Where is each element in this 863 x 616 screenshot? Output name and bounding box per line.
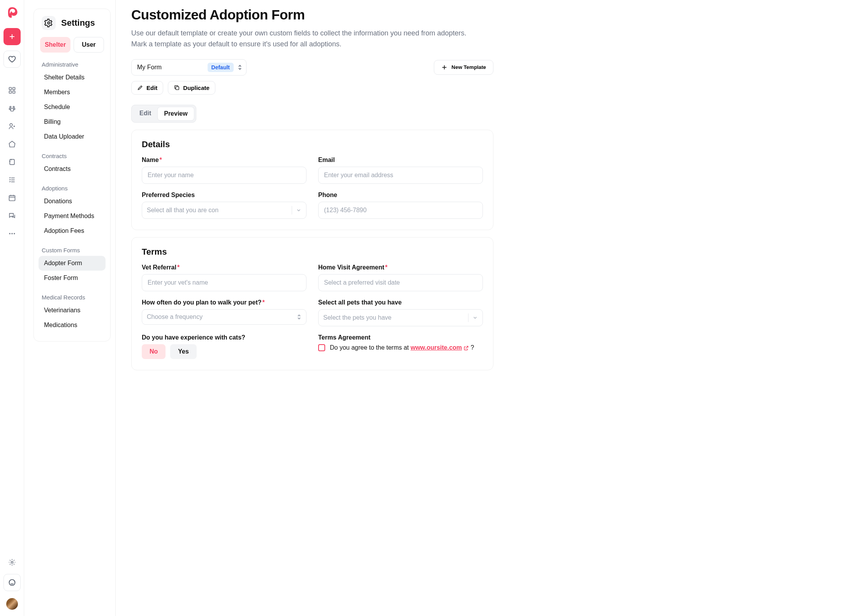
terms-link[interactable]: www.oursite.com (410, 344, 469, 351)
settings-sidebar: Settings Shelter User Administrative She… (24, 0, 116, 616)
paw-icon[interactable] (8, 104, 16, 112)
pets-placeholder: Select the pets you have (323, 314, 464, 321)
yes-button[interactable]: Yes (170, 344, 197, 359)
user-avatar[interactable] (6, 598, 18, 610)
visit-label: Home Visit Agreement* (318, 264, 483, 271)
svg-point-23 (48, 22, 50, 24)
terms-checkbox[interactable] (318, 344, 325, 351)
section-contracts: Contracts (39, 144, 106, 162)
icon-rail (0, 0, 24, 616)
mode-tabs: Edit Preview (131, 105, 196, 123)
svg-rect-3 (12, 88, 15, 90)
email-input[interactable] (318, 167, 483, 184)
duplicate-label: Duplicate (183, 84, 210, 91)
section-adoptions: Adoptions (39, 176, 106, 194)
phone-label: Phone (318, 192, 483, 199)
nav-schedule[interactable]: Schedule (39, 100, 106, 114)
phone-input[interactable] (318, 202, 483, 219)
plus-icon (441, 64, 447, 70)
svg-point-8 (9, 108, 10, 109)
edit-template-button[interactable]: Edit (131, 81, 163, 95)
template-select[interactable]: My Form Default (131, 59, 247, 76)
email-label: Email (318, 157, 483, 164)
mode-edit-tab[interactable]: Edit (133, 107, 157, 121)
main-content: Customized Adoption Form Use our default… (116, 0, 509, 616)
nav-foster-form[interactable]: Foster Form (39, 271, 106, 285)
name-label: Name* (142, 157, 306, 164)
walk-select[interactable]: Choose a frequency (142, 309, 306, 325)
svg-rect-26 (176, 87, 179, 90)
nav-adoption-fees[interactable]: Adoption Fees (39, 224, 106, 238)
vet-input[interactable] (142, 274, 306, 291)
default-badge: Default (208, 63, 234, 72)
duplicate-button[interactable]: Duplicate (168, 81, 215, 95)
visit-input[interactable] (318, 274, 483, 291)
no-button[interactable]: No (142, 344, 166, 359)
support-chat-button[interactable] (4, 574, 21, 591)
name-input[interactable] (142, 167, 306, 184)
nav-medications[interactable]: Medications (39, 318, 106, 333)
nav-members[interactable]: Members (39, 85, 106, 100)
svg-point-22 (11, 561, 13, 563)
terms-card: Terms Vet Referral* Home Visit Agreement… (131, 237, 493, 370)
calendar-icon[interactable] (8, 194, 16, 202)
svg-rect-11 (10, 159, 14, 164)
sidebar-title: Settings (61, 18, 95, 28)
chevron-updown-icon (297, 314, 301, 320)
favorites-button[interactable] (4, 51, 21, 68)
chevron-down-icon (472, 315, 478, 320)
nav-donations[interactable]: Donations (39, 194, 106, 209)
nav-veterinarians[interactable]: Veterinarians (39, 303, 106, 318)
terms-heading: Terms (142, 247, 483, 257)
species-placeholder: Select all that you are con (147, 207, 288, 214)
svg-rect-15 (9, 195, 15, 201)
tab-shelter[interactable]: Shelter (40, 37, 70, 53)
svg-rect-4 (9, 91, 11, 93)
new-template-button[interactable]: New Template (434, 60, 493, 75)
vet-label: Vet Referral* (142, 264, 306, 271)
more-icon[interactable] (8, 230, 16, 238)
nav-contracts[interactable]: Contracts (39, 162, 106, 176)
nav-adopter-form[interactable]: Adopter Form (39, 256, 106, 271)
add-button[interactable] (4, 28, 21, 45)
chat-icon[interactable] (8, 212, 16, 220)
svg-point-19 (9, 233, 10, 234)
details-heading: Details (142, 139, 483, 150)
mode-preview-tab[interactable]: Preview (157, 107, 194, 121)
transfer-icon[interactable] (8, 158, 16, 166)
app-logo (4, 4, 21, 21)
svg-point-21 (14, 233, 15, 234)
nav-payment-methods[interactable]: Payment Methods (39, 209, 106, 224)
edit-label: Edit (146, 84, 157, 91)
section-custom-forms: Custom Forms (39, 238, 106, 256)
nav-data-uploader[interactable]: Data Uploader (39, 129, 106, 144)
svg-point-20 (11, 233, 12, 234)
new-template-label: New Template (451, 64, 486, 70)
cats-label: Do you have experience with cats? (142, 334, 306, 341)
terms-text: Do you agree to the terms at www.oursite… (330, 344, 474, 351)
section-medical: Medical Records (39, 285, 106, 303)
people-icon[interactable] (8, 122, 16, 130)
species-select[interactable]: Select all that you are con (142, 202, 306, 219)
settings-icon[interactable] (4, 554, 21, 571)
tab-user[interactable]: User (74, 37, 104, 53)
svg-rect-2 (9, 88, 11, 90)
page-subtitle: Use our default template or create your … (131, 28, 478, 50)
tag-icon[interactable] (8, 140, 16, 148)
svg-rect-5 (12, 91, 15, 93)
page-title: Customized Adoption Form (131, 7, 493, 23)
dashboard-icon[interactable] (8, 86, 16, 94)
agree-label: Terms Agreement (318, 334, 483, 341)
nav-shelter-details[interactable]: Shelter Details (39, 70, 106, 85)
external-link-icon (463, 345, 469, 351)
pets-select[interactable]: Select the pets you have (318, 309, 483, 326)
pencil-icon (137, 84, 143, 91)
nav-billing[interactable]: Billing (39, 114, 106, 129)
chevron-updown-icon (238, 64, 242, 70)
list-icon[interactable] (8, 176, 16, 184)
chevron-down-icon (296, 208, 301, 213)
pets-label: Select all pets that you have (318, 299, 483, 306)
details-card: Details Name* Email Preferred Species Se… (131, 130, 493, 230)
copy-icon (174, 84, 180, 91)
walk-placeholder: Choose a frequency (147, 313, 297, 320)
